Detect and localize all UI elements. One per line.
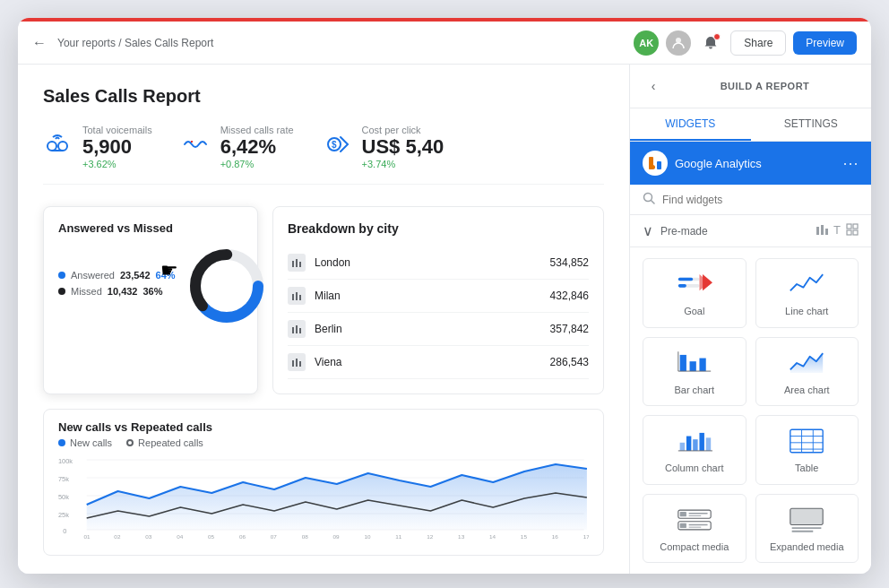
text-view-icon[interactable]: T <box>833 223 841 238</box>
preview-button[interactable]: Preview <box>793 31 857 55</box>
widget-tile-column-chart[interactable]: Column chart <box>643 415 747 485</box>
svg-text:02: 02 <box>114 533 121 540</box>
report-title: Sales Calls Report <box>43 86 604 107</box>
svg-text:07: 07 <box>271 533 278 540</box>
svg-rect-51 <box>657 161 661 169</box>
avatar-ak: AK <box>634 30 659 56</box>
bar-chart-label: Bar chart <box>674 385 714 395</box>
svg-text:05: 05 <box>208 533 215 540</box>
panel-collapse-button[interactable]: ‹ <box>643 75 664 97</box>
source-item[interactable]: Google Analytics ⋯ <box>630 142 871 185</box>
bar-view-icon[interactable] <box>816 223 828 238</box>
column-chart-label: Column chart <box>665 463 723 473</box>
answered-pct: 64% <box>156 270 176 281</box>
search-input[interactable] <box>662 194 859 206</box>
share-button[interactable]: Share <box>730 30 786 56</box>
svg-text:01: 01 <box>84 533 91 540</box>
svg-rect-69 <box>689 361 695 371</box>
kpi-cost-info: Cost per click US$ 5,40 +3.74% <box>362 125 444 169</box>
widget-tile-goal[interactable]: Goal <box>643 258 747 328</box>
kpi-cost-label: Cost per click <box>362 125 444 135</box>
svg-rect-60 <box>847 230 851 235</box>
panel-header: ‹ BUILD A REPORT <box>630 65 871 108</box>
svg-rect-17 <box>292 327 294 333</box>
panel-title: BUILD A REPORT <box>671 81 859 91</box>
value-viena: 286,543 <box>550 356 589 368</box>
widget-tile-compact-media[interactable]: Compact media <box>643 494 747 564</box>
grid-view-icon[interactable] <box>846 223 859 238</box>
table-icon <box>789 427 824 455</box>
svg-rect-11 <box>292 261 294 267</box>
breakdown-table: London 534,852 Milan 432,846 <box>288 246 589 379</box>
notification-icon[interactable] <box>698 30 723 56</box>
donut-widget-title: Answered vs Missed <box>58 221 243 235</box>
breakdown-widget: Breakdown by city London 534,852 <box>272 206 604 394</box>
svg-rect-12 <box>296 259 298 267</box>
donut-content: Answered 23,542 64% Missed 10,432 36% <box>58 246 243 326</box>
app-shell: ← Your reports / Sales Calls Report AK S… <box>18 18 871 574</box>
source-more-button[interactable]: ⋯ <box>842 153 859 173</box>
main-layout: Sales Calls Report To <box>18 65 871 574</box>
tab-widgets[interactable]: WIDGETS <box>630 108 751 141</box>
header-actions: AK Share Preview <box>634 30 857 56</box>
bar-chart-icon <box>677 349 712 377</box>
svg-text:03: 03 <box>145 533 152 540</box>
widget-tile-bar-chart[interactable]: Bar chart <box>643 337 747 407</box>
svg-text:16: 16 <box>552 533 559 540</box>
value-berlin: 357,842 <box>550 323 589 335</box>
compact-media-label: Compact media <box>660 541 729 552</box>
widget-tile-expanded-media[interactable]: Expanded media <box>755 494 859 564</box>
legend-repeated-calls: Repeated calls <box>126 437 203 448</box>
tab-settings[interactable]: SETTINGS <box>751 108 872 141</box>
city-icon <box>288 353 306 371</box>
premade-chevron[interactable]: ∨ <box>643 222 653 239</box>
svg-rect-21 <box>296 359 298 367</box>
area-chart-label: Area chart <box>784 385 830 395</box>
answered-dot <box>58 272 65 279</box>
svg-text:$: $ <box>332 140 337 150</box>
svg-point-1 <box>47 142 56 151</box>
svg-rect-93 <box>790 508 823 524</box>
premade-header: ∨ Pre-made T <box>630 215 871 247</box>
widget-tile-table[interactable]: Table <box>755 415 859 485</box>
source-icon <box>643 151 668 176</box>
breakdown-row: Milan 432,846 <box>288 280 589 313</box>
svg-rect-58 <box>847 224 851 229</box>
svg-rect-14 <box>292 294 294 300</box>
widget-tile-line-chart[interactable]: Line chart <box>755 258 859 328</box>
repeated-calls-circle <box>126 439 134 446</box>
svg-line-54 <box>652 201 655 204</box>
kpi-missed-rate-info: Missed calls rate 6,42% +0.87% <box>220 125 294 169</box>
line-chart-widget: New calls vs Repeated calls New calls Re… <box>43 409 604 556</box>
breakdown-row: Berlin 357,842 <box>288 313 589 346</box>
svg-text:15: 15 <box>521 533 528 540</box>
report-area: Sales Calls Report To <box>18 65 629 574</box>
panel-tabs: WIDGETS SETTINGS <box>630 108 871 142</box>
svg-rect-20 <box>292 360 294 367</box>
goal-label: Goal <box>684 306 704 316</box>
svg-text:14: 14 <box>489 533 496 540</box>
premade-view-icons: T <box>816 223 859 238</box>
kpi-voicemails: Total voicemails 5,900 +3.62% <box>43 125 152 169</box>
notification-badge <box>713 33 721 40</box>
kpi-missed-change: +0.87% <box>220 159 294 169</box>
svg-rect-13 <box>299 262 301 267</box>
kpi-voicemails-change: +3.62% <box>82 159 152 169</box>
legend-missed: Missed 10,432 36% <box>58 286 176 297</box>
answered-value: 23,542 <box>120 270 151 281</box>
svg-text:09: 09 <box>333 533 341 540</box>
widget-tile-area-chart[interactable]: Area chart <box>755 337 859 407</box>
widget-grid: Goal Line chart <box>630 247 871 574</box>
svg-text:17: 17 <box>583 533 589 540</box>
svg-rect-75 <box>693 439 697 451</box>
svg-text:13: 13 <box>458 533 465 540</box>
breadcrumb: Your reports / Sales Calls Report <box>57 37 623 49</box>
svg-rect-90 <box>679 523 686 527</box>
search-bar <box>630 185 871 215</box>
cost-icon: $ <box>323 130 351 165</box>
missed-label: Missed <box>71 286 102 297</box>
svg-text:25k: 25k <box>58 511 69 519</box>
back-button[interactable]: ← <box>32 35 47 51</box>
svg-rect-77 <box>705 437 710 451</box>
kpi-row: Total voicemails 5,900 +3.62% <box>43 125 604 185</box>
